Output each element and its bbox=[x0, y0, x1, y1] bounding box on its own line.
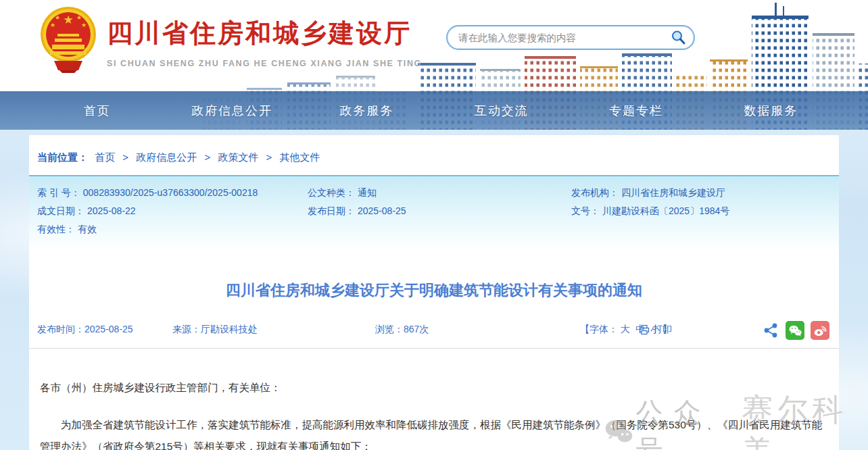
weibo-share-button[interactable] bbox=[811, 321, 829, 340]
national-emblem-logo: ★ ★ ★ ★ ★ bbox=[39, 4, 97, 73]
search-input[interactable] bbox=[458, 32, 669, 43]
document-meta-panel: 索 引 号：008283930/2025-u37663300/2025-0021… bbox=[29, 175, 839, 248]
printer-icon bbox=[639, 324, 650, 335]
main-navbar: 首页 政府信息公开 政务服务 互动交流 专题专栏 数据服务 bbox=[0, 91, 868, 130]
breadcrumb-link-other-docs[interactable]: 其他文件 bbox=[280, 151, 320, 163]
nav-item-services[interactable]: 政务服务 bbox=[299, 103, 434, 119]
share-icon[interactable] bbox=[762, 322, 779, 339]
search-icon bbox=[670, 29, 686, 45]
breadcrumb-link-home[interactable]: 首页 bbox=[95, 151, 115, 163]
nav-item-data-services[interactable]: 数据服务 bbox=[704, 103, 838, 119]
doc-meta-index: 索 引 号：008283930/2025-u37663300/2025-0021… bbox=[37, 187, 308, 199]
share-buttons bbox=[762, 321, 829, 340]
view-count: 浏览：867次 bbox=[375, 324, 429, 336]
doc-meta-date-written: 成文日期：2025-08-22 bbox=[37, 205, 308, 218]
header: ★ ★ ★ ★ ★ 四川省住房和城乡建设厅 SI CHUAN SHENG ZHU… bbox=[0, 0, 868, 130]
nav-item-special-topics[interactable]: 专题专栏 bbox=[569, 103, 703, 119]
wechat-icon bbox=[788, 323, 802, 338]
emblem-star-large: ★ bbox=[63, 14, 73, 26]
meta-divider bbox=[29, 348, 839, 349]
article-meta-row: 发布时间：2025-08-25 来源：厅勘设科技处 浏览：867次 【字体：大中… bbox=[29, 321, 839, 340]
article-title: 四川省住房和城乡建设厅关于明确建筑节能设计有关事项的通知 bbox=[29, 280, 839, 301]
doc-meta-doc-number: 文号：川建勘设科函〔2025〕1984号 bbox=[571, 205, 831, 218]
publish-time: 发布时间：2025-08-25 bbox=[37, 324, 133, 336]
article-paragraph: 为加强全省建筑节能设计工作，落实建筑节能标准，提高能源利用效率和降低碳排放强度，… bbox=[40, 414, 828, 450]
doc-meta-validity: 有效性：有效 bbox=[37, 224, 308, 236]
breadcrumb-separator: > bbox=[266, 151, 272, 163]
breadcrumb-separator: > bbox=[204, 151, 210, 163]
doc-meta-agency: 发布机构：四川省住房和城乡建设厅 bbox=[571, 187, 831, 199]
article-source: 来源：厅勘设科技处 bbox=[172, 324, 258, 336]
search-box bbox=[446, 25, 695, 50]
svg-text:★: ★ bbox=[81, 22, 87, 28]
svg-text:★: ★ bbox=[55, 14, 60, 21]
nav-item-interaction[interactable]: 互动交流 bbox=[434, 103, 569, 119]
breadcrumb-label: 当前位置： bbox=[37, 151, 88, 163]
svg-text:★: ★ bbox=[76, 14, 82, 21]
nav-item-home[interactable]: 首页 bbox=[30, 103, 164, 119]
weibo-icon bbox=[813, 323, 827, 338]
site-pinyin: SI CHUAN SHENG ZHU FANG HE CHENG XIANG J… bbox=[107, 59, 422, 68]
wechat-share-button[interactable] bbox=[786, 321, 804, 340]
font-size-large[interactable]: 大 bbox=[621, 324, 630, 334]
nav-item-gov-info[interactable]: 政府信息公开 bbox=[164, 103, 299, 119]
page: ★ ★ ★ ★ ★ 四川省住房和城乡建设厅 SI CHUAN SHENG ZHU… bbox=[0, 0, 868, 450]
site-title: 四川省住房和城乡建设厅 bbox=[107, 16, 422, 51]
breadcrumb-separator: > bbox=[122, 151, 128, 163]
svg-text:★: ★ bbox=[50, 22, 55, 28]
breadcrumb: 当前位置： 首页 > 政府信息公开 > 政策文件 > 其他文件 bbox=[29, 135, 839, 164]
print-button[interactable]: 打印 bbox=[639, 324, 672, 336]
breadcrumb-link-policy-docs[interactable]: 政策文件 bbox=[218, 151, 258, 163]
search-button[interactable] bbox=[669, 29, 687, 47]
breadcrumb-link-gov-info[interactable]: 政府信息公开 bbox=[136, 151, 197, 163]
content-panel: 当前位置： 首页 > 政府信息公开 > 政策文件 > 其他文件 索 引 号：00… bbox=[29, 135, 839, 450]
site-brand: 四川省住房和城乡建设厅 SI CHUAN SHENG ZHU FANG HE C… bbox=[107, 16, 422, 68]
doc-meta-type: 公文种类：通知 bbox=[308, 187, 571, 199]
article-body: 各市（州）住房城乡建设行政主管部门，有关单位： 为加强全省建筑节能设计工作，落实… bbox=[29, 381, 839, 450]
doc-meta-date-published: 发布日期：2025-08-25 bbox=[308, 205, 571, 218]
article-salutation: 各市（州）住房城乡建设行政主管部门，有关单位： bbox=[40, 381, 828, 395]
